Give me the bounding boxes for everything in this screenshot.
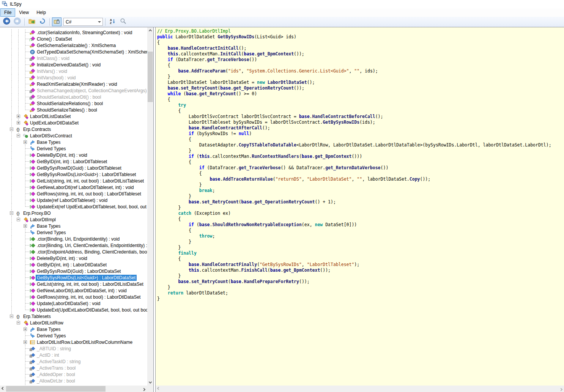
tree-item[interactable]: +LaborDtlListDataSet [0,113,147,120]
tree-item[interactable]: GetNewLaborDtl(ref LaborDtlTableset, int… [0,184,147,190]
tree-item-label: LaborDtlSvcContract [29,133,73,139]
scroll-up-button[interactable] [147,27,153,33]
tree-expander[interactable]: − [10,315,13,318]
tree-item[interactable]: +UpdExtLaborDtlDataSet [0,120,147,126]
scroll-down-button[interactable] [147,379,153,386]
tree-item[interactable]: .ctor(EndpointAddress, Binding, ClientCr… [0,249,147,255]
tree-item[interactable]: Update(ref LaborDtlTableset) : void [0,197,147,203]
tree-item[interactable]: GetList(string, int, int, out bool) : La… [0,281,147,287]
tree-expander[interactable]: − [10,128,13,131]
tree-item[interactable]: GetRows(string, int, int, out bool) : La… [0,190,147,197]
tree-expander[interactable]: − [17,321,20,324]
tree-item[interactable]: −{}Erp.Contracts [0,126,147,132]
tree-item-label: .ctor(EndpointAddress, Binding, ClientCr… [36,249,147,255]
tree-item[interactable]: GetList(string, int, int, out bool) : La… [0,178,147,184]
tree-item[interactable]: ShouldSerializeTables() : bool [0,107,147,113]
scroll-left-button[interactable] [0,386,6,392]
tree-item[interactable]: DeleteByID(int, int) : void [0,255,147,261]
tree-item[interactable]: InitVars(bool) : void [0,74,147,81]
tree-item[interactable]: _AllowDirLbr : bool [0,378,147,384]
tree-item[interactable]: .ctor(Binding, Uri, EndpointIdentity) : … [0,236,147,242]
tree-item[interactable]: InitializeDerivedDataSet() : void [0,61,147,68]
code-line: base.HandleContractAfterCall(); [157,125,564,131]
tree-item[interactable]: _ActiveTaskID : string [0,358,147,365]
tree-vertical-scrollbar[interactable] [147,27,153,386]
tree-item[interactable]: +Base Types [0,223,147,229]
tree-item[interactable]: InitVars() : void [0,68,147,74]
menu-item-view[interactable]: View [15,8,33,17]
tree-item[interactable]: _ABTUID : string [0,345,147,352]
tree-item[interactable]: SchemaChanged(object, CollectionChangeEv… [0,87,147,94]
tree-item[interactable]: +Base Types [0,326,147,332]
search-button[interactable] [118,17,128,26]
assembly-tree[interactable]: .ctor(SerializationInfo, StreamingContex… [0,27,147,386]
tree-item[interactable]: GetNewLaborDtl(LaborDtlDataSet, int) : v… [0,287,147,294]
tree-expander[interactable]: − [10,211,13,215]
scrollbar-track[interactable] [147,33,153,379]
scrollbar-track[interactable] [6,386,141,392]
tree-item[interactable]: ShouldSerializeRelations() : bool [0,100,147,107]
language-select[interactable]: C# [63,18,103,26]
scroll-right-button[interactable] [141,386,147,392]
tree-item[interactable]: DeleteByID(int, int) : void [0,152,147,158]
reload-button[interactable] [38,17,47,26]
tree-item[interactable]: ReadXmlSerializable(XmlReader) : void [0,81,147,87]
tree-item[interactable]: UpdateExt(ref UpdExtLaborDtlTableset, bo… [0,203,147,210]
tree-item[interactable]: ShouldSerializeLaborDtl() : bool [0,94,147,100]
tree-item[interactable]: .ctor(Binding, Uri, ClientCredentials, E… [0,242,147,249]
tree-item[interactable]: GetByID(int, int) : LaborDtlDataSet [0,261,147,268]
tree-item[interactable]: Clone() : DataSet [0,36,147,42]
tree-expander[interactable]: + [24,340,27,344]
tree-expander[interactable]: + [24,140,27,144]
tree-item[interactable]: GetBySysRowIDs(List<Guid>) : LaborDtlTab… [0,171,147,178]
menu-item-file[interactable]: File [0,8,15,17]
open-file-button[interactable] [27,17,36,26]
scrollbar-thumb[interactable] [6,386,106,392]
tree-item[interactable]: UpdateExt(UpdExtLaborDtlDataSet, bool, b… [0,307,147,313]
scroll-right-button[interactable] [558,386,564,392]
show-internal-api-button[interactable] [52,17,61,26]
tree-item[interactable]: GetBySysRowID(Guid) : LaborDtlDataSet [0,268,147,274]
tree-item-label: Erp.Contracts [22,126,52,132]
tree-junction: − [8,126,15,132]
code-horizontal-scrollbar[interactable] [156,386,564,392]
tree-item[interactable]: Derived Types [0,145,147,152]
scrollbar-track[interactable] [162,386,558,392]
tree-expander[interactable]: − [17,218,20,221]
scroll-left-button[interactable] [156,386,162,392]
tree-indent [8,100,15,107]
tree-item[interactable]: GetByID(int, int) : LaborDtlTableset [0,158,147,165]
tree-expander[interactable]: − [17,134,20,137]
tree-item[interactable]: GetBySysRowID(Guid) : LaborDtlTableset [0,165,147,171]
tree-item[interactable]: .ctor(SerializationInfo, StreamingContex… [0,29,147,36]
tree-item[interactable]: _ActiveTrans : bool [0,365,147,371]
tree-horizontal-scrollbar[interactable] [0,386,147,392]
forward-button[interactable] [13,17,22,26]
tree-expander[interactable]: + [17,115,20,118]
tree-item[interactable]: −LaborDtlImpl [0,216,147,223]
tree-item[interactable]: InitClass() : void [0,55,147,61]
code-view[interactable]: // Erp.Proxy.BO.LaborDtlImplpublic Labor… [156,27,564,386]
back-button[interactable] [2,17,11,26]
tree-expander[interactable]: + [24,224,27,228]
tree-item[interactable]: Derived Types [0,332,147,339]
tree-item-selected[interactable]: GetBySysRowIDs(List<Guid>) : LaborDtlDat… [0,274,147,281]
tree-item[interactable]: −LaborDtlListRow [0,320,147,326]
tree-expander[interactable]: + [17,121,20,124]
sort-alphabetical-button[interactable]: AZ [108,17,117,26]
tree-expander[interactable]: + [24,327,27,331]
tree-item[interactable]: Update(LaborDtlDataSet) : void [0,300,147,307]
tree-item[interactable]: GetTypedDataSetSchema(XmlSchemaSet) : Xm… [0,49,147,55]
scrollbar-thumb[interactable] [148,52,153,102]
tree-item[interactable]: _ActID : int [0,352,147,358]
tree-item[interactable]: −{}Erp.Tablesets [0,313,147,320]
tree-item[interactable]: −LaborDtlSvcContract [0,132,147,139]
tree-item[interactable]: Derived Types [0,229,147,236]
menu-item-help[interactable]: Help [33,8,50,17]
tree-item[interactable]: _AddedOper : bool [0,371,147,378]
tree-item[interactable]: −{}Erp.Proxy.BO [0,210,147,216]
tree-item[interactable]: GetRows(string, int, int, out bool) : La… [0,294,147,300]
tree-item[interactable]: +Base Types [0,139,147,145]
tree-item[interactable]: GetSchemaSerializable() : XmlSchema [0,42,147,49]
tree-item[interactable]: +LaborDtlListRow.LaborDtlListRowColumnNa… [0,339,147,345]
